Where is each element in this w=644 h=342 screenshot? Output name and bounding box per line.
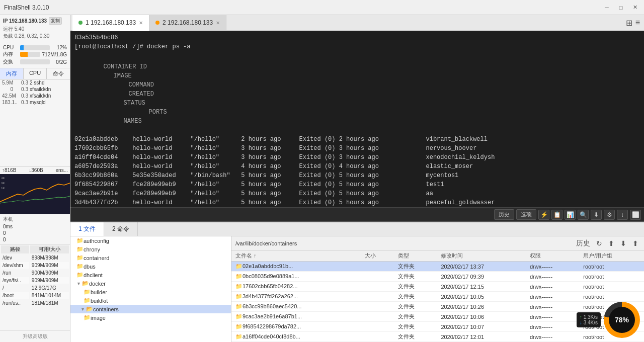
cpu-bar-container xyxy=(20,45,50,50)
copy-button[interactable]: 复制 xyxy=(49,17,62,25)
grid-view-icon[interactable]: ⊞ xyxy=(626,18,632,28)
search-icon[interactable]: 🔍 xyxy=(578,210,589,220)
cpu-label: CPU xyxy=(3,45,18,50)
ping-0-1: 0 xyxy=(3,230,6,236)
term-line: a16ff04cde04 hello-world "/hello" 3 hour… xyxy=(74,153,640,162)
maximize-button[interactable]: □ xyxy=(616,3,626,13)
proc-pid: 5.9M xyxy=(2,80,13,86)
lightning-icon[interactable]: ⚡ xyxy=(538,210,549,220)
col-size[interactable]: 大小 xyxy=(361,250,394,262)
expand-icon: ▼ xyxy=(76,281,81,286)
folder-icon: 📁 xyxy=(235,323,243,329)
ip-label: IP 192.168.180.133 xyxy=(3,18,47,24)
fs-col-path[interactable]: 路径 xyxy=(1,245,29,253)
upload-button[interactable]: ⬆ xyxy=(607,239,616,247)
file-row[interactable]: 📁3d4b4377fd262a262... 文件夹 2020/02/17 10:… xyxy=(231,292,644,302)
upgrade-button[interactable]: 升级高级版 xyxy=(0,330,70,342)
fs-path: /boot xyxy=(1,292,29,299)
options-button[interactable]: 选项 xyxy=(516,209,536,220)
tab-cpu[interactable]: CPU xyxy=(24,68,47,79)
folder-icon: 📂 xyxy=(82,280,89,287)
layout-icon[interactable]: ≡ xyxy=(635,18,640,27)
main-layout: IP 192.168.180.133 复制 运行 5:40 负载 0.28, 0… xyxy=(0,15,644,342)
refresh-button[interactable]: ↻ xyxy=(595,239,604,247)
terminal[interactable]: 83a535b4bc86 [root@localhost /]# docker … xyxy=(70,31,644,207)
tab-memory[interactable]: 内存 xyxy=(0,68,24,79)
fullscreen-icon[interactable]: ⬜ xyxy=(630,210,641,220)
fs-size: 181M/181M xyxy=(30,300,69,306)
tab-2[interactable]: 2 192.168.180.133 ✕ xyxy=(149,15,226,30)
fs-row[interactable]: /12.9G/17G xyxy=(1,285,69,291)
folder-icon: 📁 xyxy=(235,333,243,339)
file-row[interactable]: 📁02e1a0abddbc91b... 文件夹 2020/02/17 13:37… xyxy=(231,262,644,272)
fs-path: / xyxy=(1,285,29,291)
file-size xyxy=(361,282,394,292)
stats-icon[interactable]: 📊 xyxy=(565,210,576,220)
download-icon[interactable]: ⬇ xyxy=(591,210,602,220)
fs-path: /dev xyxy=(1,254,29,261)
tree-item-label: dbus xyxy=(84,264,96,270)
col-filename[interactable]: 文件名 ↑ xyxy=(231,250,361,262)
net-down-label: ↓360B xyxy=(29,167,43,173)
tab2-close-button[interactable]: ✕ xyxy=(216,20,220,26)
close-button[interactable]: ✕ xyxy=(630,3,640,13)
arrow-down-icon[interactable]: ↓ xyxy=(617,210,628,220)
fs-row[interactable]: /dev898M/898M xyxy=(1,254,69,261)
history-button[interactable]: 历史 xyxy=(575,239,592,248)
col-modified[interactable]: 修改时间 xyxy=(437,250,526,262)
col-owner[interactable]: 用户/用户组 xyxy=(579,250,644,262)
tab1-close-button[interactable]: ✕ xyxy=(139,20,143,26)
fs-row[interactable]: /boot841M/1014M xyxy=(1,292,69,299)
process-row[interactable]: 0 0.3 xfsaild/dn xyxy=(0,86,70,93)
process-row[interactable]: 183.1.. 0.3 mysqld xyxy=(0,99,70,106)
file-type: 文件夹 xyxy=(394,282,437,292)
file-perms: drwx------ xyxy=(526,302,579,312)
file-name: 📁02e1a0abddbc91b... xyxy=(231,262,361,272)
file-modified: 2020/02/17 10:26 xyxy=(437,302,526,312)
minimize-button[interactable]: ─ xyxy=(602,3,612,13)
cpu-value: 12% xyxy=(52,45,67,50)
process-row[interactable]: 5.9M 0.3 2 sshd xyxy=(0,79,70,86)
fs-col-size[interactable]: 可用/大小 xyxy=(30,245,69,253)
upload2-button[interactable]: ⬆ xyxy=(631,239,640,247)
tree-item-image[interactable]: 📁 image xyxy=(70,313,231,322)
tab-files[interactable]: 1 文件 xyxy=(70,222,104,236)
file-row[interactable]: 📁17602cbb65fb04282... 文件夹 2020/02/17 12:… xyxy=(231,282,644,292)
file-row[interactable]: 📁0bc08035d9e0889a1... 文件夹 2020/02/17 09:… xyxy=(231,272,644,282)
fs-row[interactable]: /dev/shm909M/909M xyxy=(1,262,69,269)
copy-icon[interactable]: 📋 xyxy=(551,210,562,220)
ping-0ms: 0ms xyxy=(3,224,13,229)
history-button[interactable]: 历史 xyxy=(494,209,514,220)
file-name: 📁17602cbb65fb04282... xyxy=(231,282,361,292)
fs-row[interactable]: /sys/fs/..909M/909M xyxy=(1,277,69,284)
swap-bar-container xyxy=(20,59,50,64)
term-line: [root@localhost /]# docker ps -a xyxy=(74,42,640,51)
settings-icon[interactable]: ⚙ xyxy=(604,210,615,220)
tree-item-buildkit[interactable]: 📁 buildkit xyxy=(70,296,231,305)
tree-item-chrony[interactable]: 📁 chrony xyxy=(70,245,231,253)
folder-icon: 📁 xyxy=(235,283,243,289)
download-button[interactable]: ⬇ xyxy=(619,239,628,247)
fs-row[interactable]: /run/us..181M/181M xyxy=(1,300,69,306)
tree-item-containerd[interactable]: 📁 containerd xyxy=(70,253,231,262)
tree-item-dhclient[interactable]: 📁 dhclient xyxy=(70,271,231,279)
tree-item-authconfig[interactable]: 📁 authconfig xyxy=(70,236,231,245)
col-perms[interactable]: 权限 xyxy=(526,250,579,262)
process-row[interactable]: 42.5M 0.3 xfsaild/dn xyxy=(0,93,70,99)
tab-1[interactable]: 1 192.168.180.133 ✕ xyxy=(72,15,149,31)
tree-item-builder[interactable]: 📁 builder xyxy=(70,288,231,296)
ping-section: 本机 0ms 0 0 xyxy=(0,214,70,244)
bottom-tabbar: 1 文件 2 命令 xyxy=(70,222,644,236)
folder-icon: 📁 xyxy=(76,254,84,261)
file-size xyxy=(361,312,394,322)
fs-path: /dev/shm xyxy=(1,262,29,269)
tree-item-containers[interactable]: ▼ 📂 containers xyxy=(70,305,231,313)
col-type[interactable]: 类型 xyxy=(394,250,437,262)
tab-commands[interactable]: 2 命令 xyxy=(104,222,138,236)
fs-row[interactable]: /run900M/909M xyxy=(1,270,69,276)
fs-size: 12.9G/17G xyxy=(30,285,69,291)
filelist-toolbar: /var/lib/docker/containers 历史 ↻ ⬆ ⬇ ⬆ xyxy=(231,236,644,250)
tree-item-docker[interactable]: ▼ 📂 docker xyxy=(70,279,231,288)
tab-command[interactable]: 命令 xyxy=(47,68,70,79)
tree-item-dbus[interactable]: 📁 dbus xyxy=(70,262,231,271)
